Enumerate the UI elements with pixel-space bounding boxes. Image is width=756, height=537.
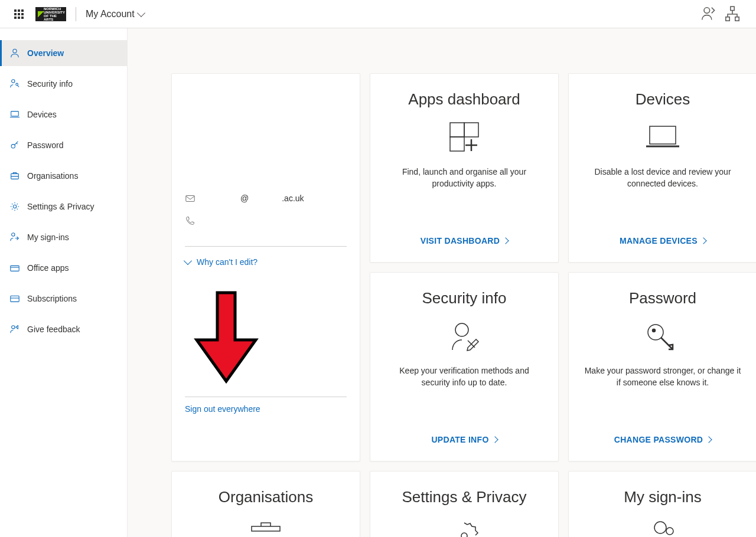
sidebar-item-devices[interactable]: Devices	[0, 101, 127, 127]
topbar-right	[699, 5, 751, 24]
card-title: Settings & Privacy	[402, 488, 527, 506]
apps-dashboard-card: Apps dashboard Find, launch and organise…	[370, 73, 559, 263]
card-description: Disable a lost device and review your co…	[583, 166, 742, 189]
sign-out-everywhere-link[interactable]: Sign out everywhere	[185, 404, 347, 414]
sidebar-label: Password	[27, 140, 63, 150]
sidebar-item-office-apps[interactable]: Office apps	[0, 255, 127, 281]
divider	[76, 7, 76, 21]
feedback-icon[interactable]	[699, 5, 718, 24]
sidebar-label: My sign-ins	[27, 233, 69, 242]
profile-card: @ .ac.uk Why can't I edit?	[171, 73, 360, 461]
security-info-card: Security info Keep your verification met…	[370, 272, 559, 461]
sidebar-label: Subscriptions	[27, 294, 77, 303]
settings-privacy-card: Settings & Privacy	[370, 471, 559, 537]
profile-email-row: @ .ac.uk	[185, 187, 347, 209]
key-icon	[644, 319, 682, 355]
waffle-icon	[14, 9, 24, 19]
laptop-icon	[9, 109, 20, 120]
svg-point-10	[13, 205, 16, 208]
svg-point-11	[12, 233, 15, 236]
org-tree-icon[interactable]	[723, 5, 742, 24]
svg-rect-17	[464, 123, 478, 137]
chevron-right-icon	[491, 436, 498, 443]
gear-icon	[445, 518, 483, 537]
manage-devices-link[interactable]: MANAGE DEVICES	[620, 236, 706, 245]
card-title: My sign-ins	[624, 488, 701, 506]
profile-header	[185, 87, 347, 187]
svg-point-20	[455, 323, 468, 336]
topbar-left: NORWICHUNIVERSITYOF THE ARTS My Account	[5, 0, 149, 28]
my-account-dropdown[interactable]: My Account	[81, 0, 149, 28]
why-cant-i-edit-toggle[interactable]: Why can't I edit?	[185, 257, 347, 267]
svg-rect-3	[735, 17, 739, 20]
svg-point-14	[12, 326, 15, 329]
chevron-down-icon	[137, 8, 145, 17]
chevron-down-icon	[184, 257, 192, 265]
person-search-icon	[644, 518, 682, 537]
red-arrow-annotation	[185, 287, 268, 387]
organisations-card: Organisations	[171, 471, 360, 537]
svg-rect-13	[11, 296, 19, 302]
feedback-icon	[9, 324, 20, 335]
sidebar-item-subscriptions[interactable]: Subscriptions	[0, 286, 127, 312]
topbar: NORWICHUNIVERSITYOF THE ARTS My Account	[0, 0, 756, 28]
org-logo: NORWICHUNIVERSITYOF THE ARTS	[35, 7, 66, 21]
mail-icon	[185, 193, 195, 204]
sidebar-item-overview[interactable]: Overview	[0, 40, 127, 66]
laptop-icon	[644, 120, 682, 156]
sidebar-item-my-sign-ins[interactable]: My sign-ins	[0, 224, 127, 250]
card-title: Password	[629, 289, 696, 307]
sidebar-label: Organisations	[27, 171, 78, 181]
my-sign-ins-card: My sign-ins	[568, 471, 756, 537]
why-edit-label: Why can't I edit?	[197, 257, 258, 267]
card-title: Apps dashboard	[408, 90, 520, 109]
sidebar-item-security-info[interactable]: Security info	[0, 71, 127, 97]
sidebar-label: Give feedback	[27, 325, 80, 334]
visit-dashboard-link[interactable]: VISIT DASHBOARD	[421, 236, 508, 245]
svg-rect-2	[726, 17, 729, 20]
sidebar-label: Overview	[27, 48, 64, 58]
apps-icon	[9, 263, 20, 273]
briefcase-icon	[247, 518, 285, 537]
card-description: Find, launch and organise all your produ…	[384, 166, 544, 189]
key-icon	[9, 140, 20, 150]
profile-phone-row	[185, 209, 347, 232]
main-content: @ .ac.uk Why can't I edit?	[128, 28, 756, 537]
sidebar: Overview Security info Devices Password …	[0, 28, 128, 537]
svg-rect-1	[731, 6, 734, 10]
layout: Overview Security info Devices Password …	[0, 28, 756, 537]
svg-rect-16	[450, 123, 464, 137]
person-edit-icon	[445, 319, 483, 355]
email-at: @	[240, 194, 249, 203]
person-arrow-icon	[9, 232, 20, 243]
briefcase-icon	[9, 171, 20, 181]
svg-rect-18	[450, 137, 464, 151]
svg-rect-7	[11, 112, 19, 116]
sidebar-item-password[interactable]: Password	[0, 132, 127, 158]
change-password-link[interactable]: CHANGE PASSWORD	[614, 435, 711, 444]
chevron-right-icon	[700, 237, 706, 244]
svg-point-26	[666, 528, 673, 535]
sidebar-item-give-feedback[interactable]: Give feedback	[0, 316, 127, 342]
svg-point-4	[13, 49, 17, 53]
svg-rect-15	[186, 196, 194, 202]
divider	[185, 246, 347, 247]
svg-point-25	[654, 522, 666, 533]
divider	[185, 397, 347, 397]
person-key-icon	[9, 78, 20, 89]
devices-card: Devices Disable a lost device and review…	[568, 73, 756, 263]
svg-point-22	[653, 329, 656, 332]
phone-icon	[185, 215, 195, 226]
sidebar-item-settings-privacy[interactable]: Settings & Privacy	[0, 194, 127, 220]
svg-point-0	[704, 7, 710, 13]
svg-point-6	[16, 83, 18, 86]
person-icon	[9, 48, 20, 58]
svg-point-24	[461, 533, 467, 537]
sidebar-label: Office apps	[27, 263, 69, 273]
sidebar-item-organisations[interactable]: Organisations	[0, 163, 127, 189]
update-info-link[interactable]: UPDATE INFO	[431, 435, 497, 444]
app-launcher-button[interactable]	[5, 0, 33, 28]
svg-point-5	[12, 80, 15, 83]
card-title: Security info	[422, 289, 506, 307]
apps-grid-plus-icon	[445, 120, 483, 156]
